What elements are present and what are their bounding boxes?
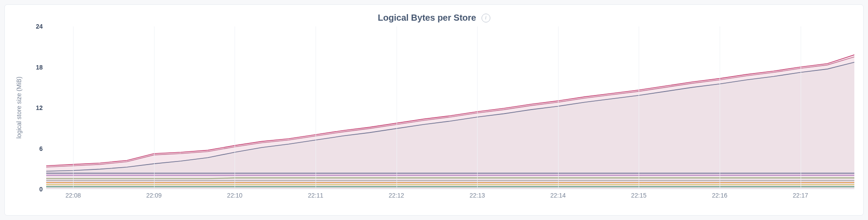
x-tick: 22:10 (227, 192, 243, 199)
x-axis: 22:0822:0922:1022:1122:1222:1322:1422:15… (46, 189, 854, 202)
gridline-vertical (235, 26, 235, 189)
gridline-vertical (397, 26, 397, 189)
y-axis-ticks: 06121824 (24, 26, 46, 189)
plot[interactable] (46, 26, 854, 189)
y-tick: 24 (36, 23, 43, 30)
gridline-vertical (639, 26, 639, 189)
x-tick: 22:11 (308, 192, 323, 199)
plot-wrap: 22:0822:0922:1022:1122:1222:1322:1422:15… (46, 26, 854, 202)
gridline-vertical (477, 26, 478, 189)
y-tick: 12 (36, 104, 43, 111)
x-tick: 22:14 (550, 192, 566, 199)
x-tick: 22:13 (470, 192, 485, 199)
y-tick: 6 (39, 145, 43, 152)
x-tick: 22:08 (66, 192, 81, 199)
info-icon[interactable]: i (482, 14, 490, 22)
gridline-vertical (720, 26, 720, 189)
gridline-vertical (154, 26, 154, 189)
gridline-vertical (316, 26, 316, 189)
y-tick: 0 (39, 186, 43, 193)
x-tick: 22:12 (389, 192, 404, 199)
y-axis-label: logical store size (MiB) (14, 26, 24, 189)
y-tick: 18 (36, 64, 43, 71)
gridline-vertical (558, 26, 559, 189)
chart-panel: Logical Bytes per Store i logical store … (4, 4, 864, 216)
x-tick: 22:16 (712, 192, 727, 199)
gridline-vertical (801, 26, 801, 189)
chart-area: logical store size (MiB) 06121824 22:082… (14, 26, 854, 202)
panel-header: Logical Bytes per Store i (14, 13, 854, 23)
x-tick: 22:17 (793, 192, 808, 199)
panel-title: Logical Bytes per Store (378, 13, 476, 23)
gridline-vertical (73, 26, 74, 189)
x-tick: 22:15 (631, 192, 647, 199)
chart-svg (46, 26, 854, 189)
x-tick: 22:09 (146, 192, 162, 199)
